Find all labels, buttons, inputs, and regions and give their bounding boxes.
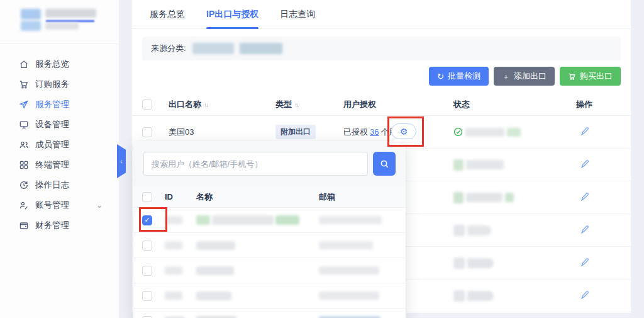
chevron-left-icon: ‹ (120, 158, 122, 165)
status-text-redacted (467, 291, 494, 301)
user-auth-gear-button[interactable]: ⚙ (391, 123, 416, 139)
sidebar-item-label: 服务管理 (35, 99, 69, 110)
sidebar-item-order-services[interactable]: 订购服务 (0, 74, 119, 94)
source-filter-bar: 来源分类: (142, 37, 621, 60)
status-text-redacted (505, 193, 514, 202)
buy-exit-button[interactable]: 购买出口 (560, 67, 621, 86)
user-id-redacted (165, 216, 182, 224)
users-icon (19, 140, 29, 150)
popup-user-row (133, 233, 406, 258)
auth-count-link[interactable]: 36 (370, 127, 379, 137)
search-button[interactable] (373, 152, 396, 176)
check-circle-icon (453, 127, 463, 137)
search-icon (380, 159, 389, 169)
sidebar-item-service-overview[interactable]: 服务总览 (0, 54, 119, 74)
user-checkbox[interactable] (142, 291, 152, 301)
user-name-redacted (212, 215, 274, 225)
sidebar-item-finance-management[interactable]: 财务管理 (0, 215, 119, 236)
filter-label: 来源分类: (151, 43, 186, 54)
edit-icon[interactable] (579, 290, 589, 300)
select-all-checkbox[interactable] (142, 99, 152, 110)
popup-search-row (133, 141, 406, 186)
status-cell (453, 127, 548, 137)
sidebar-item-account-management[interactable]: 账号管理 ⌄ (0, 195, 119, 215)
sidebar-item-label: 终端管理 (35, 159, 69, 171)
sidebar-item-operation-logs[interactable]: 操作日志 (0, 175, 119, 195)
column-header-exit-name[interactable]: 出口名称↑↓ (169, 99, 275, 110)
popup-column-header-name: 名称 (196, 191, 319, 203)
status-cell (453, 258, 548, 269)
logo-text-redacted (45, 9, 96, 18)
sort-icon[interactable]: ↑↓ (204, 101, 208, 108)
button-label: 购买出口 (580, 71, 613, 82)
grid-icon (19, 160, 29, 170)
user-id-redacted (165, 266, 182, 275)
status-text-redacted (507, 128, 521, 137)
sort-icon[interactable]: ↑↓ (294, 101, 298, 108)
edit-icon[interactable] (579, 159, 589, 169)
user-checkbox[interactable] (142, 241, 152, 251)
status-text-redacted (453, 290, 465, 302)
logo-mark-redacted (21, 21, 41, 31)
refresh-icon: ↻ (437, 72, 444, 81)
edit-icon[interactable] (579, 257, 589, 267)
status-cell (453, 290, 548, 302)
cart-icon (568, 72, 576, 81)
add-exit-button[interactable]: ＋ 添加出口 (494, 67, 555, 86)
sidebar-collapse-handle[interactable]: ‹ (117, 144, 126, 178)
user-id-redacted (165, 241, 182, 249)
sidebar-item-device-management[interactable]: 设备管理 (0, 115, 119, 135)
status-text-redacted (453, 258, 465, 269)
exit-name: 美国03 (169, 127, 275, 138)
tab-log-query[interactable]: 日志查询 (280, 0, 315, 29)
sidebar-item-terminal-management[interactable]: 终端管理 (0, 155, 119, 175)
batch-check-button[interactable]: ↻ 批量检测 (429, 67, 489, 86)
user-auth-popup: ID 名称 邮箱 (133, 141, 406, 318)
user-checkbox[interactable] (142, 316, 152, 318)
tab-label: 日志查询 (280, 9, 315, 20)
filter-tag-redacted[interactable] (192, 43, 234, 54)
sidebar-item-label: 财务管理 (35, 220, 69, 231)
edit-icon[interactable] (579, 224, 589, 234)
auth-text: 已授权 (343, 127, 368, 137)
user-name-redacted (275, 215, 299, 225)
user-name-redacted (196, 215, 210, 225)
sidebar-item-member-management[interactable]: 成员管理 (0, 135, 119, 155)
status-text-redacted (453, 192, 464, 203)
user-checkbox[interactable] (142, 266, 152, 276)
action-cell (548, 126, 621, 138)
search-user-input[interactable] (143, 152, 368, 176)
sidebar-item-label: 设备管理 (35, 119, 69, 130)
sidebar-item-label: 服务总览 (35, 59, 69, 70)
popup-select-all-checkbox[interactable] (142, 192, 152, 202)
popup-user-row (133, 208, 406, 233)
sidebar-item-service-management[interactable]: 服务管理 (0, 94, 119, 115)
sidebar-item-label: 操作日志 (35, 179, 69, 191)
filter-tag-redacted[interactable] (240, 43, 282, 54)
gear-icon: ⚙ (400, 127, 408, 137)
app-logo (0, 0, 119, 43)
tab-label: 服务总览 (150, 9, 185, 20)
user-name-redacted (196, 292, 231, 300)
edit-icon[interactable] (579, 191, 589, 202)
button-label: 批量检测 (448, 71, 480, 82)
status-cell (453, 225, 548, 236)
popup-table-header: ID 名称 邮箱 (133, 186, 406, 208)
column-header-type[interactable]: 类型↑↓ (275, 99, 343, 110)
user-email-redacted (319, 216, 382, 224)
tab-service-overview[interactable]: 服务总览 (150, 0, 185, 29)
logo-mark-redacted (21, 9, 41, 20)
user-name-redacted (196, 241, 235, 250)
tab-ip-exit-auth[interactable]: IP出口与授权 (206, 0, 258, 29)
wallet-icon (19, 220, 29, 230)
popup-column-header-email: 邮箱 (319, 191, 397, 203)
button-label: 添加出口 (514, 71, 547, 82)
status-text-redacted (467, 225, 491, 236)
edit-icon[interactable] (579, 126, 589, 136)
row-checkbox[interactable] (142, 127, 152, 137)
column-header-status: 状态 (453, 99, 548, 110)
logo-subtext-redacted (45, 23, 79, 30)
status-text-redacted (453, 159, 464, 171)
monitor-icon (19, 120, 29, 130)
user-checkbox-checked[interactable] (142, 215, 152, 225)
